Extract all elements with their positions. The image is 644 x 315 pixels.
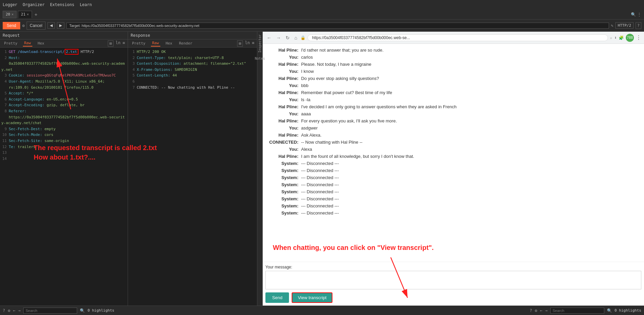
req-tab-icons: ⊞ ln ≡	[108, 40, 125, 47]
chat-input-area: Your message: Send View transcript	[263, 262, 644, 306]
http-version-badge: HTTP/2	[615, 22, 634, 29]
request-tabs: Pretty Raw Hex ⊞ ln ≡	[0, 39, 128, 48]
chat-speaker-hal2: Hal Pline:	[268, 62, 298, 67]
search-input-left[interactable]	[23, 308, 77, 314]
bottom-settings-icon-left[interactable]: ⚙	[8, 308, 10, 313]
req-menu-icon[interactable]: ≡	[123, 40, 125, 47]
nav-prev-button[interactable]: ◀	[47, 22, 55, 29]
chat-speaker-you3: You:	[268, 83, 298, 88]
request-content[interactable]: 1GET /download-transcript/2.txt HTTP/2 2…	[0, 48, 128, 306]
browser-toolbar: ← → ↻ ⌂ 🔒 ☆ ⬇ 🧩 788 ⋮	[263, 32, 644, 44]
chat-msg-10: aaaa	[301, 111, 311, 116]
cancel-button[interactable]: Cancel	[27, 22, 45, 30]
chat-buttons: Send View transcript	[265, 292, 641, 303]
tab-20-close[interactable]: ×	[11, 12, 13, 16]
browser-url-bar[interactable]	[308, 34, 608, 41]
chat-speaker-you4: You:	[268, 97, 298, 102]
res-tab-pretty[interactable]: Pretty	[131, 40, 147, 46]
nav-next-button[interactable]: ▶	[57, 22, 64, 29]
res-ln-icon[interactable]: ln	[245, 40, 250, 47]
bottom-forward-icon-right[interactable]: →	[545, 308, 547, 313]
target-url-field[interactable]	[66, 23, 609, 29]
browser-download-icon[interactable]: ⬇	[614, 35, 617, 40]
chat-msg-21: --- Disconnected ---	[301, 189, 339, 194]
chat-msg-3: Please. Not today, I have a migraine	[301, 62, 372, 67]
chat-msg-5: Do you ever stop asking silly questions?	[301, 76, 379, 81]
chat-input-label: Your message:	[265, 265, 641, 269]
browser-back-btn[interactable]: ←	[265, 34, 273, 41]
menu-organizer[interactable]: Organizer	[23, 2, 44, 7]
chat-msg-19: --- Disconnected ---	[301, 175, 339, 180]
req-word-wrap-icon[interactable]: ⊞	[108, 40, 114, 47]
tab-search-icon[interactable]: 🔍	[631, 12, 636, 17]
search-icon-left[interactable]: 🔍	[80, 308, 85, 313]
chat-speaker-you7: You:	[268, 147, 298, 152]
req-tab-pretty[interactable]: Pretty	[3, 40, 19, 46]
bottom-settings-icon-right[interactable]: ⚙	[535, 308, 537, 313]
browser-menu-icon[interactable]: ⋮	[636, 34, 641, 41]
chat-line-22: System: --- Disconnected ---	[268, 195, 639, 202]
search-input-right[interactable]	[550, 308, 604, 314]
browser-forward-btn[interactable]: →	[275, 34, 282, 41]
edit-url-icon[interactable]: ✎	[611, 23, 613, 28]
browser-reload-btn[interactable]: ↻	[284, 34, 291, 41]
notes-label[interactable]: Notes	[253, 55, 266, 62]
req-tab-raw[interactable]: Raw	[23, 40, 32, 47]
bottom-forward-icon-left[interactable]: →	[18, 308, 21, 313]
res-tab-hex[interactable]: Hex	[164, 40, 174, 46]
chat-msg-8: ls -la	[301, 97, 310, 102]
chat-line-12: You: asdgwer	[268, 124, 639, 132]
chat-msg-17: --- Disconnected ---	[301, 161, 339, 166]
browser-extension-icon[interactable]: 🧩	[619, 35, 624, 40]
chat-speaker-hal1: Hal Pline:	[268, 48, 298, 53]
response-content[interactable]: 1HTTP/2 200 OK 2Content-Type: text/plain…	[128, 48, 257, 306]
chat-speaker-sys6: System:	[268, 196, 298, 201]
menu-learn[interactable]: Learn	[80, 2, 92, 7]
browser-bookmark-icon[interactable]: ☆	[610, 35, 612, 40]
chat-line-18: System: --- Disconnected ---	[268, 167, 639, 174]
chat-line-23: System: --- Disconnected ---	[268, 202, 639, 209]
res-tab-raw[interactable]: Raw	[151, 40, 160, 47]
bottom-back-icon-left[interactable]: ←	[13, 308, 15, 313]
bottom-back-icon-right[interactable]: ←	[540, 308, 542, 313]
browser-lock-icon: 🔒	[300, 35, 305, 40]
help-icon[interactable]: ?	[636, 22, 641, 29]
tab-21-close[interactable]: ×	[27, 12, 29, 16]
tab-menu-icon[interactable]: ⋮	[637, 12, 641, 17]
chat-msg-15: Alexa	[301, 147, 312, 152]
bottom-bar: ? ⚙ ← → 🔍 0 highlights ? ⚙ ← → 🔍 0 highl…	[0, 306, 644, 315]
view-transcript-button[interactable]: View transcript	[292, 292, 332, 303]
settings-icon[interactable]: ⚙	[22, 23, 25, 28]
send-button[interactable]: Send	[3, 22, 20, 29]
req-tab-hex[interactable]: Hex	[36, 40, 46, 46]
tab-20[interactable]: 20 ×	[3, 11, 17, 18]
chat-line-13: Hal Pline: Ask Alexa.	[268, 132, 639, 139]
browser-avatar: 788	[626, 34, 634, 42]
res-menu-icon[interactable]: ≡	[252, 40, 254, 47]
chat-msg-1: I'd rather not answer that; you are so r…	[301, 48, 384, 53]
chat-line-3: Hal Pline: Please. Not today, I have a m…	[268, 61, 639, 68]
chat-line-11: Hal Pline: For every question you ask, I…	[268, 117, 639, 124]
chat-msg-20: --- Disconnected ---	[301, 182, 339, 187]
req-ln-icon[interactable]: ln	[116, 40, 120, 47]
chat-msg-11: For every question you ask, I'll ask you…	[301, 118, 397, 123]
chat-speaker-hal6: Hal Pline:	[268, 118, 298, 123]
chat-line-1: Hal Pline: I'd rather not answer that; y…	[268, 47, 639, 54]
chat-line-5: Hal Pline: Do you ever stop asking silly…	[268, 75, 639, 82]
menu-extensions[interactable]: Extensions	[50, 2, 74, 7]
chat-send-button[interactable]: Send	[265, 292, 289, 303]
bottom-help-icon-right[interactable]: ?	[530, 308, 532, 313]
search-icon-right[interactable]: 🔍	[607, 308, 612, 313]
menu-logger[interactable]: Logger	[3, 2, 17, 7]
inspector-label[interactable]: Inspector	[257, 32, 262, 55]
tab-21[interactable]: 21 ×	[18, 11, 32, 18]
res-word-wrap-icon[interactable]: ⊞	[237, 40, 243, 47]
chat-message-input[interactable]	[265, 271, 641, 289]
bottom-help-icon-left[interactable]: ?	[3, 308, 5, 313]
tab-bar: 20 × 21 × + 🔍 ⋮	[0, 9, 644, 20]
res-tab-render[interactable]: Render	[178, 40, 194, 46]
chat-line-6: You: bbb	[268, 82, 639, 89]
browser-home-btn[interactable]: ⌂	[293, 34, 298, 41]
chat-msg-9: I've decided I am only going to answer q…	[301, 104, 456, 109]
add-tab-button[interactable]: +	[33, 12, 39, 17]
